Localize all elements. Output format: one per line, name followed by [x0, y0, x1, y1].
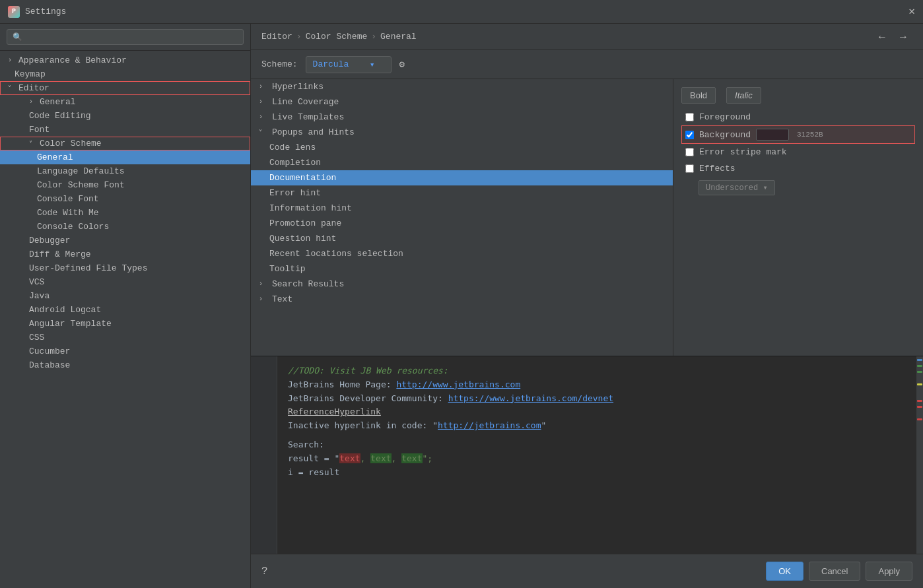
main-layout: › Appearance & Behavior Keymap ˅ Editor … — [0, 24, 923, 588]
tree-item-question-hint[interactable]: Question hint — [251, 231, 673, 246]
effects-checkbox[interactable] — [685, 164, 694, 173]
nav-back-button[interactable]: ← — [873, 30, 891, 44]
cancel-button[interactable]: Cancel — [809, 562, 860, 581]
scheme-bar: Scheme: Darcula ▾ ⚙ — [251, 50, 923, 79]
sidebar-item-angular-template[interactable]: Angular Template — [0, 317, 250, 331]
sidebar-item-diff-merge[interactable]: Diff & Merge — [0, 247, 250, 261]
sidebar-item-android-logcat[interactable]: Android Logcat — [0, 303, 250, 317]
tree-item-text[interactable]: › Text — [251, 292, 673, 307]
scroll-mark-1 — [917, 359, 922, 361]
style-row: Bold Italic — [681, 87, 915, 104]
preview-text-green2: text — [401, 453, 422, 463]
tree-item-hyperlinks[interactable]: › Hyperlinks — [251, 79, 673, 94]
tree-item-error-hint[interactable]: Error hint — [251, 185, 673, 201]
preview-gutter — [251, 356, 277, 554]
background-label: Background — [699, 130, 751, 140]
sidebar-item-code-with-me[interactable]: Code With Me — [0, 206, 250, 220]
error-stripe-row: Error stripe mark — [681, 144, 915, 160]
sidebar-item-general-cs[interactable]: General — [0, 150, 250, 164]
sidebar-item-java[interactable]: Java — [0, 289, 250, 303]
sidebar-item-debugger[interactable]: Debugger — [0, 234, 250, 247]
background-color-swatch[interactable] — [756, 129, 789, 141]
effects-row: Effects — [681, 160, 915, 177]
gear-icon[interactable]: ⚙ — [399, 59, 405, 70]
tree-item-documentation[interactable]: Documentation — [251, 170, 673, 185]
sidebar-item-vcs[interactable]: VCS — [0, 275, 250, 289]
help-icon[interactable]: ? — [261, 566, 268, 577]
chevron-right-icon: › — [29, 98, 37, 106]
sidebar-item-font[interactable]: Font — [0, 123, 250, 137]
sidebar-item-editor[interactable]: ˅ Editor — [0, 81, 250, 95]
preview-line3: JetBrains Developer Community: https://w… — [288, 392, 906, 406]
scroll-mark-6 — [917, 406, 922, 408]
chevron-right-icon: › — [259, 83, 268, 90]
preview-area: //TODO: Visit JB Web resources: JetBrain… — [251, 356, 923, 554]
sidebar-item-console-font[interactable]: Console Font — [0, 192, 250, 206]
breadcrumb: Editor › Color Scheme › General — [261, 32, 417, 42]
app-icon: P — [8, 6, 20, 18]
scroll-mark-2 — [917, 365, 922, 367]
sidebar-item-general[interactable]: › General — [0, 95, 250, 109]
chevron-down-icon: ˅ — [29, 140, 37, 148]
preview-text-green1: text — [370, 453, 391, 463]
titlebar-title: Settings — [25, 7, 66, 16]
apply-button[interactable]: Apply — [866, 562, 912, 581]
sidebar: › Appearance & Behavior Keymap ˅ Editor … — [0, 24, 251, 588]
tree-item-info-hint[interactable]: Information hint — [251, 201, 673, 216]
chevron-right-icon: › — [259, 98, 268, 106]
sidebar-item-color-scheme-font[interactable]: Color Scheme Font — [0, 178, 250, 192]
sidebar-item-color-scheme[interactable]: ˅ Color Scheme — [0, 137, 250, 150]
sidebar-item-css[interactable]: CSS — [0, 331, 250, 344]
sidebar-item-console-colors[interactable]: Console Colors — [0, 220, 250, 234]
foreground-checkbox[interactable] — [685, 113, 694, 121]
error-stripe-label: Error stripe mark — [699, 147, 787, 157]
tree-item-line-coverage[interactable]: › Line Coverage — [251, 94, 673, 110]
error-stripe-checkbox[interactable] — [685, 148, 694, 156]
sidebar-item-cucumber[interactable]: Cucumber — [0, 344, 250, 358]
close-icon[interactable]: ✕ — [908, 7, 915, 17]
chevron-down-icon: ▾ — [763, 183, 767, 193]
chevron-right-icon: › — [259, 114, 268, 121]
preview-content: //TODO: Visit JB Web resources: JetBrain… — [277, 356, 916, 554]
ok-button[interactable]: OK — [766, 562, 803, 581]
background-checkbox[interactable] — [685, 131, 694, 139]
content-area: Editor › Color Scheme › General ← → Sche… — [251, 24, 923, 588]
mini-scrollbar[interactable] — [916, 356, 923, 554]
split-panel: › Hyperlinks › Line Coverage › Live Temp… — [251, 79, 923, 356]
preview-line6: Search: — [288, 438, 906, 452]
titlebar-left: P Settings — [8, 6, 66, 18]
search-input[interactable] — [7, 29, 244, 45]
tree-item-code-lens[interactable]: Code lens — [251, 140, 673, 155]
sidebar-item-appearance[interactable]: › Appearance & Behavior — [0, 53, 250, 67]
tree-item-tooltip[interactable]: Tooltip — [251, 261, 673, 277]
tree-item-completion[interactable]: Completion — [251, 155, 673, 170]
background-row: Background 31252B — [681, 125, 915, 144]
properties-panel: Bold Italic Foreground Background 31252B — [673, 79, 923, 356]
scroll-mark-5 — [917, 400, 922, 402]
sidebar-item-user-defined[interactable]: User-Defined File Types — [0, 261, 250, 275]
underscored-dropdown[interactable]: Underscored ▾ — [699, 180, 775, 195]
scroll-mark-4 — [917, 383, 922, 385]
breadcrumb-sep1: › — [296, 32, 302, 42]
scroll-mark-7 — [917, 418, 922, 420]
scheme-dropdown[interactable]: Darcula ▾ — [306, 56, 392, 73]
sidebar-item-keymap[interactable]: Keymap — [0, 67, 250, 81]
sidebar-item-language-defaults[interactable]: Language Defaults — [0, 164, 250, 178]
foreground-row: Foreground — [681, 109, 915, 125]
preview-line1: //TODO: Visit JB Web resources: — [288, 364, 906, 378]
tree-item-search-results[interactable]: › Search Results — [251, 277, 673, 292]
tree-item-live-templates[interactable]: › Live Templates — [251, 110, 673, 125]
sidebar-item-database[interactable]: Database — [0, 358, 250, 372]
tree-item-recent-locations[interactable]: Recent locations selection — [251, 246, 673, 261]
preview-line4: ReferenceHyperlink — [288, 405, 906, 419]
bold-button[interactable]: Bold — [681, 87, 716, 104]
nav-forward-button[interactable]: → — [894, 30, 912, 44]
preview-line2: JetBrains Home Page: http://www.jetbrain… — [288, 378, 906, 392]
sidebar-item-code-editing[interactable]: Code Editing — [0, 109, 250, 123]
search-box — [0, 24, 250, 51]
tree-item-popups-hints[interactable]: ˅ Popups and Hints — [251, 125, 673, 140]
tree-item-promo-pane[interactable]: Promotion pane — [251, 216, 673, 231]
italic-button[interactable]: Italic — [726, 87, 761, 104]
foreground-label: Foreground — [699, 112, 751, 122]
scheme-label: Scheme: — [261, 59, 298, 69]
